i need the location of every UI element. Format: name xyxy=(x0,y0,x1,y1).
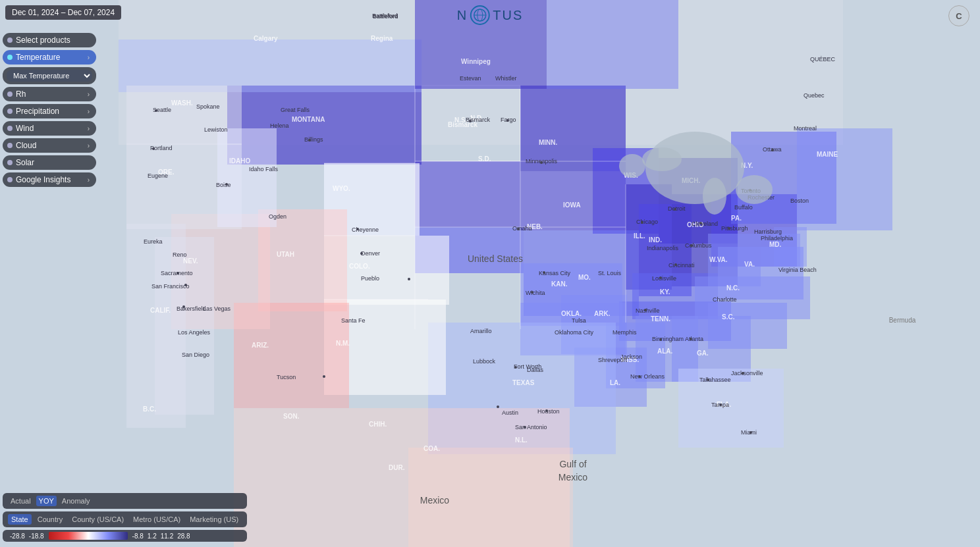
svg-text:Nashville: Nashville xyxy=(636,307,660,314)
svg-point-224 xyxy=(619,154,645,178)
rh-button[interactable]: Rh › xyxy=(3,87,96,101)
svg-point-215 xyxy=(707,378,709,381)
temp-dropdown[interactable]: Max Temperature Min Temperature Avg Temp… xyxy=(3,67,96,84)
svg-text:Winnipeg: Winnipeg xyxy=(461,58,491,65)
svg-text:IDAHO: IDAHO xyxy=(229,157,250,165)
svg-text:Indianapolis: Indianapolis xyxy=(647,245,679,251)
svg-text:CALIF.: CALIF. xyxy=(150,307,171,314)
metro-button[interactable]: Metro (US/CA) xyxy=(130,514,184,525)
anomaly-button[interactable]: Anomaly xyxy=(59,496,93,506)
svg-text:B.C.: B.C. xyxy=(143,405,156,413)
svg-point-199 xyxy=(531,291,533,294)
user-avatar[interactable]: C xyxy=(948,5,969,26)
svg-text:Omaha: Omaha xyxy=(512,225,532,232)
country-button[interactable]: Country xyxy=(34,514,67,525)
svg-text:Chicago: Chicago xyxy=(636,219,658,225)
svg-text:WYO.: WYO. xyxy=(333,185,350,192)
solar-dot xyxy=(7,160,13,165)
temp-select[interactable]: Max Temperature Min Temperature Avg Temp… xyxy=(7,70,92,82)
bottom-controls: Actual YOY Anomaly State Country County … xyxy=(3,493,247,542)
svg-text:Philadelphia: Philadelphia xyxy=(761,235,793,242)
svg-point-204 xyxy=(641,221,643,224)
select-products-label: Select products xyxy=(16,36,70,45)
state-button[interactable]: State xyxy=(8,514,32,525)
svg-text:Cleveland: Cleveland xyxy=(692,221,718,227)
svg-text:Great Falls: Great Falls xyxy=(281,107,310,113)
svg-point-196 xyxy=(540,161,543,164)
map-container[interactable]: Gulf of Mexico United States Mexico Berm… xyxy=(0,0,980,547)
precipitation-dot xyxy=(7,109,13,114)
scale-min: -28.8 xyxy=(8,533,27,540)
svg-text:Helena: Helena xyxy=(270,122,289,129)
svg-text:Reno: Reno xyxy=(173,251,187,258)
svg-text:Jackson: Jackson xyxy=(620,353,642,360)
svg-text:N.C.: N.C. xyxy=(726,284,740,292)
svg-text:S.C.: S.C. xyxy=(722,313,735,321)
svg-text:Boston: Boston xyxy=(790,197,809,204)
scale-bar xyxy=(49,532,128,540)
color-scale: -28.8 -18.8 -8.8 1.2 11.2 28.8 xyxy=(3,530,247,542)
svg-text:MINN.: MINN. xyxy=(539,139,558,146)
svg-text:Montreal: Montreal xyxy=(794,125,817,132)
svg-text:Oklahoma City: Oklahoma City xyxy=(555,329,594,336)
rh-dot xyxy=(7,91,13,97)
yoy-button[interactable]: YOY xyxy=(36,496,57,506)
svg-point-188 xyxy=(182,305,185,308)
svg-rect-25 xyxy=(678,369,784,448)
svg-point-216 xyxy=(719,404,722,406)
svg-point-189 xyxy=(225,183,228,186)
svg-text:Quebec: Quebec xyxy=(803,92,825,99)
svg-point-212 xyxy=(659,338,662,341)
county-button[interactable]: County (US/CA) xyxy=(68,514,127,525)
svg-point-195 xyxy=(506,119,509,122)
svg-text:IND.: IND. xyxy=(649,236,662,244)
precipitation-label: Precipitation xyxy=(16,107,59,116)
svg-text:COLO.: COLO. xyxy=(349,263,370,270)
svg-point-200 xyxy=(514,366,517,369)
svg-point-205 xyxy=(674,208,676,211)
svg-text:OKLA.: OKLA. xyxy=(561,310,582,317)
svg-text:Wichita: Wichita xyxy=(526,290,545,296)
svg-text:Buffalo: Buffalo xyxy=(734,204,753,211)
solar-label: Solar xyxy=(16,158,34,167)
temperature-button[interactable]: Temperature › xyxy=(3,50,96,65)
svg-point-187 xyxy=(184,284,187,286)
solar-button[interactable]: Solar xyxy=(3,155,96,170)
svg-point-210 xyxy=(690,244,693,247)
svg-text:NEV.: NEV. xyxy=(183,257,198,265)
marketing-button[interactable]: Marketing (US) xyxy=(186,514,242,525)
google-insights-button[interactable]: Google Insights › xyxy=(3,172,96,187)
user-initial: C xyxy=(956,11,962,21)
svg-text:Bismarck: Bismarck xyxy=(448,121,477,128)
svg-point-217 xyxy=(749,431,752,434)
cloud-button[interactable]: Cloud › xyxy=(3,138,96,153)
map-svg: Gulf of Mexico United States Mexico Berm… xyxy=(0,0,980,547)
date-range-bar[interactable]: Dec 01, 2024 – Dec 07, 2024 xyxy=(5,5,121,20)
svg-text:KAN.: KAN. xyxy=(551,280,568,288)
logo-text-n: N xyxy=(457,8,468,23)
svg-text:Eugene: Eugene xyxy=(148,172,168,179)
svg-text:Denver: Denver xyxy=(361,250,380,257)
svg-text:Virginia Beach: Virginia Beach xyxy=(778,267,817,273)
svg-text:W.VA.: W.VA. xyxy=(709,256,728,263)
svg-text:St. Louis: St. Louis xyxy=(598,270,622,276)
svg-text:PA.: PA. xyxy=(731,215,742,222)
svg-point-206 xyxy=(659,276,662,279)
svg-text:SON.: SON. xyxy=(283,413,300,420)
svg-text:Las Vegas: Las Vegas xyxy=(203,305,231,312)
svg-point-207 xyxy=(674,263,677,266)
svg-text:Lubbock: Lubbock xyxy=(473,358,496,365)
svg-text:New Orleans: New Orleans xyxy=(630,373,665,380)
select-products-button[interactable]: Select products xyxy=(3,33,96,47)
wind-button[interactable]: Wind › xyxy=(3,121,96,136)
precipitation-button[interactable]: Precipitation › xyxy=(3,104,96,118)
temperature-chevron: › xyxy=(88,54,90,61)
svg-rect-57 xyxy=(547,0,678,89)
svg-point-186 xyxy=(177,272,179,274)
scale-1: -18.8 xyxy=(27,533,46,540)
svg-point-193 xyxy=(356,228,359,230)
svg-text:Whistler: Whistler xyxy=(495,75,517,82)
svg-point-223 xyxy=(736,175,773,204)
svg-text:Amarillo: Amarillo xyxy=(470,328,492,334)
actual-button[interactable]: Actual xyxy=(8,496,34,506)
